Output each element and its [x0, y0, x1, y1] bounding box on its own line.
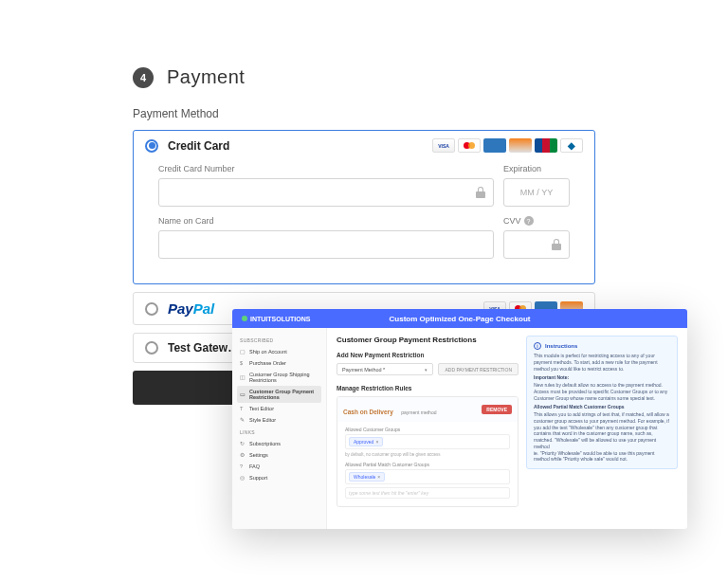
- life-ring-icon: ◎: [240, 475, 246, 481]
- admin-main: Customer Group Payment Restrictions Add …: [327, 328, 687, 529]
- sidebar-item-style-editor[interactable]: ✎Style Editor: [237, 414, 321, 426]
- instructions-p2: New rules by default allow no access to …: [534, 382, 670, 401]
- visa-icon: VISA: [432, 138, 455, 153]
- chip-remove-icon[interactable]: ×: [377, 474, 380, 480]
- sidebar-item-faq[interactable]: ?FAQ: [237, 461, 321, 472]
- allowed-groups-label: Allowed Customer Groups: [345, 427, 510, 432]
- chip-label: Wholesale: [354, 474, 375, 480]
- instructions-panel: i Instructions This module is perfect fo…: [526, 336, 678, 469]
- step-header: 4 Payment: [133, 66, 595, 88]
- sidebar-item-label: Customer Group Payment Restrictions: [249, 389, 318, 400]
- sidebar-item-payment-restrictions[interactable]: ▭Customer Group Payment Restrictions: [237, 386, 321, 403]
- sidebar-item-label: Ship on Account: [249, 349, 287, 355]
- help-icon[interactable]: ?: [524, 216, 534, 226]
- payment-option-credit-card[interactable]: Credit Card VISA ◆ Credit Card Number: [133, 130, 595, 284]
- sidebar-item-label: Purchase Order: [249, 360, 286, 366]
- paypal-logo: PayPal: [168, 300, 214, 317]
- expiration-input[interactable]: MM / YY: [503, 178, 570, 207]
- payment-option-label: Credit Card: [168, 139, 229, 153]
- card-number-label: Credit Card Number: [158, 164, 494, 173]
- sidebar-item-support[interactable]: ◎Support: [237, 472, 321, 483]
- instructions-sub2: Allowed Partial Match Customer Groups: [534, 404, 670, 410]
- truck-icon: ◫: [240, 374, 246, 380]
- sidebar-item-subscriptions[interactable]: ↻Subscriptions: [237, 438, 321, 449]
- sidebar-item-label: Customer Group Shipping Restrictions: [249, 372, 318, 383]
- chip-remove-icon[interactable]: ×: [375, 439, 378, 445]
- payment-option-label: Test Gatew…: [168, 341, 239, 355]
- admin-title: Custom Optimized One-Page Checkout: [390, 315, 531, 323]
- jcb-icon: [535, 138, 557, 153]
- sidebar-item-settings[interactable]: ⚙Settings: [237, 449, 321, 461]
- admin-header: INTUITSOLUTIONS Custom Optimized One-Pag…: [232, 309, 687, 328]
- dropdown-label: Payment Method *: [342, 367, 385, 373]
- chip-label: Approved: [354, 439, 373, 445]
- cvv-field: CVV ?: [503, 216, 570, 259]
- diners-icon: ◆: [560, 138, 583, 153]
- sidebar-item-shipping-restrictions[interactable]: ◫Customer Group Shipping Restrictions: [237, 369, 321, 386]
- sidebar-heading-subscribed: SUBSCRIBED: [240, 337, 318, 343]
- card-number-field: Credit Card Number: [158, 164, 494, 207]
- instructions-p3: This allows you to add strings of text t…: [534, 411, 670, 450]
- default-note: by default, no customer group will be gi…: [345, 452, 510, 457]
- rule-card: Cash on Delivery payment method REMOVE A…: [337, 396, 519, 507]
- cvv-label: CVV: [503, 216, 521, 226]
- chevron-down-icon: ▾: [425, 367, 428, 373]
- sidebar-item-label: Support: [249, 475, 267, 481]
- text-icon: T: [240, 406, 246, 411]
- partial-groups-input[interactable]: Wholesale×: [345, 469, 510, 484]
- expiration-label: Expiration: [503, 164, 570, 173]
- admin-brand: INTUITSOLUTIONS: [242, 316, 310, 322]
- sidebar-item-ship-on-account[interactable]: ▢Ship on Account: [237, 346, 321, 357]
- name-on-card-label: Name on Card: [158, 216, 494, 226]
- lock-icon: [552, 239, 561, 250]
- sidebar-item-purchase-order[interactable]: $Purchase Order: [237, 357, 321, 369]
- card-icon: ▭: [240, 391, 246, 397]
- radio-paypal[interactable]: [145, 302, 158, 316]
- text-input[interactable]: type some text then hit the "enter" key: [345, 487, 510, 499]
- allowed-groups-input[interactable]: Approved×: [345, 434, 510, 449]
- manage-rules-heading: Manage Restriction Rules: [337, 385, 519, 391]
- sidebar-item-label: Settings: [249, 452, 268, 458]
- instructions-p4: ie. "Priority Wholesale" would be able t…: [534, 450, 670, 464]
- card-number-input[interactable]: [158, 178, 494, 207]
- partial-groups-label: Allowed Partial Match Customer Groups: [345, 462, 510, 467]
- instructions-p1: This module is perfect for restricting a…: [534, 353, 670, 372]
- payment-method-label: Payment Method: [133, 107, 595, 120]
- admin-panel: INTUITSOLUTIONS Custom Optimized One-Pag…: [232, 309, 687, 529]
- card-brand-icons: VISA ◆: [432, 138, 583, 153]
- instructions-title: Instructions: [545, 342, 577, 350]
- amex-icon: [483, 138, 506, 153]
- cvv-row-label: CVV ?: [503, 216, 570, 226]
- question-icon: ?: [240, 464, 246, 469]
- radio-credit-card[interactable]: [145, 139, 158, 153]
- name-on-card-input[interactable]: [158, 230, 494, 259]
- add-restriction-button[interactable]: ADD PAYMENT RESTRICTION: [438, 363, 519, 375]
- expiration-placeholder: MM / YY: [520, 188, 553, 197]
- add-restriction-heading: Add New Payment Restriction: [337, 352, 519, 358]
- step-number-badge: 4: [133, 67, 154, 88]
- sidebar-item-label: Text Editor: [249, 406, 274, 411]
- sidebar-item-label: FAQ: [249, 464, 260, 469]
- payment-method-dropdown[interactable]: Payment Method * ▾: [337, 363, 433, 375]
- radio-test-gateway[interactable]: [145, 341, 158, 355]
- brand-dot-icon: [242, 316, 247, 321]
- name-on-card-field: Name on Card: [158, 216, 494, 259]
- rule-name: Cash on Delivery: [343, 409, 393, 415]
- cvv-input[interactable]: [503, 230, 570, 259]
- admin-sidebar: SUBSCRIBED ▢Ship on Account $Purchase Or…: [232, 328, 327, 529]
- sidebar-heading-links: LINKS: [240, 429, 318, 435]
- box-icon: ▢: [240, 349, 246, 355]
- info-icon: i: [534, 342, 541, 350]
- dollar-icon: $: [240, 360, 246, 366]
- remove-rule-button[interactable]: REMOVE: [482, 405, 512, 414]
- instructions-sub1: Important Note:: [534, 374, 670, 381]
- chip-wholesale[interactable]: Wholesale×: [349, 472, 385, 482]
- rule-subtitle: payment method: [401, 409, 436, 415]
- brand-text: INTUITSOLUTIONS: [250, 316, 310, 322]
- page-heading: Customer Group Payment Restrictions: [337, 336, 519, 344]
- mastercard-icon: [458, 138, 481, 153]
- discover-icon: [509, 138, 532, 153]
- chip-approved[interactable]: Approved×: [349, 437, 383, 446]
- credit-card-fields: Credit Card Number Expiration MM / YY Na…: [134, 160, 594, 283]
- sidebar-item-text-editor[interactable]: TText Editor: [237, 403, 321, 414]
